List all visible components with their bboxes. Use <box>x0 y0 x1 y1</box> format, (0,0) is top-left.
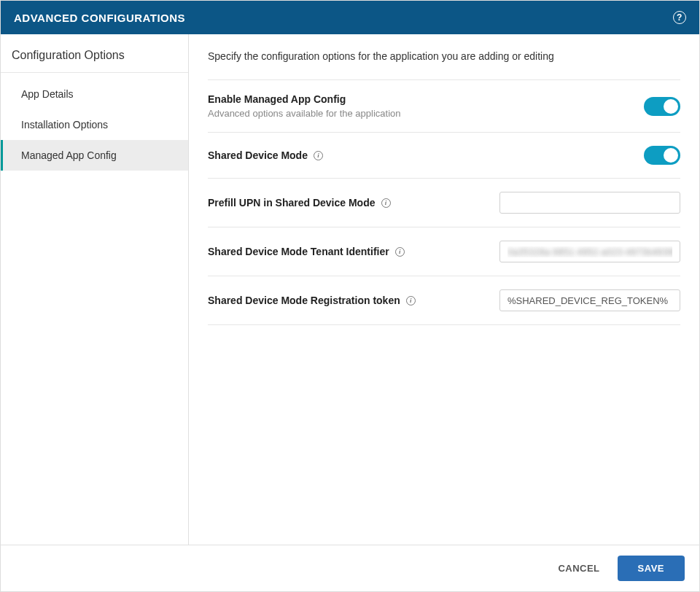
setting-title: Prefill UPN in Shared Device Mode <box>208 197 376 209</box>
setting-tenant-identifier: Shared Device Mode Tenant Identifier i <box>208 241 680 276</box>
cancel-button[interactable]: CANCEL <box>558 563 599 574</box>
toggle-enable-managed-app-config[interactable] <box>644 97 680 116</box>
sidebar-item-installation-options[interactable]: Installation Options <box>1 109 188 140</box>
dialog-header: ADVANCED CONFIGURATIONS ? <box>1 1 699 34</box>
setting-subtitle: Advanced options available for the appli… <box>208 108 401 119</box>
sidebar-item-label: App Details <box>21 88 74 100</box>
setting-title: Shared Device Mode Registration token <box>208 295 400 306</box>
setting-shared-device-mode: Shared Device Mode i <box>208 146 680 179</box>
info-icon[interactable]: i <box>381 198 391 208</box>
setting-prefill-upn: Prefill UPN in Shared Device Mode i <box>208 192 680 227</box>
sidebar-item-managed-app-config[interactable]: Managed App Config <box>1 140 188 171</box>
info-icon[interactable]: i <box>406 296 416 305</box>
main-panel: Specify the configuration options for th… <box>189 34 699 545</box>
input-registration-token[interactable] <box>499 289 680 311</box>
help-icon[interactable]: ? <box>673 11 686 24</box>
dialog-footer: CANCEL SAVE <box>1 545 699 591</box>
setting-registration-token: Shared Device Mode Registration token i <box>208 289 680 325</box>
sidebar-item-app-details[interactable]: App Details <box>1 79 188 109</box>
setting-title: Enable Managed App Config <box>208 93 401 105</box>
input-tenant-identifier[interactable] <box>499 241 680 262</box>
dialog-body: Configuration Options App Details Instal… <box>1 34 699 545</box>
input-prefill-upn[interactable] <box>499 192 680 214</box>
sidebar-item-label: Managed App Config <box>21 149 117 161</box>
sidebar: Configuration Options App Details Instal… <box>1 34 189 545</box>
setting-title: Shared Device Mode <box>208 149 308 161</box>
toggle-shared-device-mode[interactable] <box>644 146 680 165</box>
sidebar-item-label: Installation Options <box>21 119 108 131</box>
dialog-title: ADVANCED CONFIGURATIONS <box>14 12 185 24</box>
setting-title: Shared Device Mode Tenant Identifier <box>208 246 389 257</box>
main-description: Specify the configuration options for th… <box>208 50 680 80</box>
setting-enable-managed-app-config: Enable Managed App Config Advanced optio… <box>208 93 680 133</box>
sidebar-title: Configuration Options <box>1 49 188 73</box>
save-button[interactable]: SAVE <box>618 556 685 581</box>
info-icon[interactable]: i <box>314 151 323 160</box>
info-icon[interactable]: i <box>395 247 405 257</box>
